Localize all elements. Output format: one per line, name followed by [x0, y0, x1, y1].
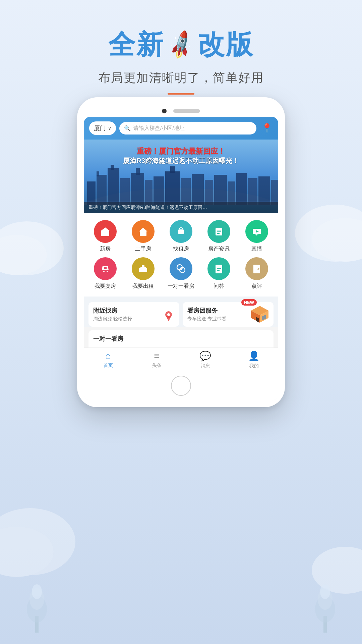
menu-icon-sell: [94, 257, 117, 280]
svg-rect-11: [97, 171, 99, 176]
phone-screen: 厦门 ∨ 🔍 请输入楼盘/小区/地址 📍: [84, 117, 278, 400]
svg-rect-27: [248, 178, 257, 205]
nav-item-profile[interactable]: 👤 我的: [230, 351, 278, 369]
banner[interactable]: 重磅！厦门官方最新回应！ 厦漳R3跨海隧道迟迟不动工原因曝光！ 重磅！厦门官方回…: [84, 140, 278, 213]
menu-item-new-house[interactable]: 新房: [87, 220, 124, 253]
cityscape-svg: [84, 161, 278, 205]
svg-point-7: [320, 584, 330, 599]
phone-frame: 厦门 ∨ 🔍 请输入楼盘/小区/地址 📍: [77, 97, 285, 407]
svg-rect-25: [228, 181, 235, 205]
menu-label-new-house: 新房: [100, 246, 111, 253]
cloud-right: [312, 218, 362, 262]
menu-label-rent: 找租房: [173, 246, 189, 253]
menu-item-review[interactable]: 点评: [238, 257, 275, 290]
menu-icon-rent: [170, 220, 192, 243]
svg-rect-15: [131, 173, 144, 205]
nav-item-headlines[interactable]: ≡ 头条: [132, 351, 181, 369]
svg-marker-32: [101, 227, 110, 231]
search-bar[interactable]: 🔍 请输入楼盘/小区/地址: [119, 122, 256, 135]
location-icon[interactable]: 📍: [261, 123, 273, 134]
svg-rect-35: [107, 232, 109, 234]
city-selector[interactable]: 厦门 ∨: [89, 121, 116, 135]
menu-icon-one-on-one: [170, 257, 192, 280]
menu-item-live[interactable]: 直播: [238, 220, 275, 253]
menu-label-sell: 我要卖房: [95, 283, 116, 290]
svg-rect-14: [120, 178, 130, 205]
menu-label-rent-out: 我要出租: [132, 283, 154, 290]
section-nearby[interactable]: 附近找房 周边房源 轻松选择: [88, 302, 179, 327]
cloud-bottom-left: [0, 527, 54, 577]
search-icon: 🔍: [124, 125, 131, 131]
rocket-icon: 🚀: [164, 29, 198, 62]
search-placeholder-text: 请输入楼盘/小区/地址: [133, 125, 185, 132]
menu-label-live: 直播: [251, 246, 262, 253]
menu-icon-rent-out: [132, 257, 155, 280]
phone-camera: [162, 109, 167, 113]
home-button[interactable]: [171, 376, 191, 396]
header-area: 全新 🚀 改版 布局更加清晰明了，简单好用: [0, 27, 362, 95]
svg-rect-38: [142, 233, 144, 236]
nav-label-messages: 消息: [201, 363, 210, 369]
nearby-map-pin: [162, 309, 175, 324]
menu-icon-qa: [207, 257, 230, 280]
nav-item-home[interactable]: ⌂ 首页: [84, 351, 132, 369]
chevron-down-icon: ∨: [108, 125, 111, 131]
svg-point-50: [107, 271, 108, 272]
svg-rect-19: [165, 171, 180, 205]
menu-item-rent-out[interactable]: 我要出租: [125, 257, 162, 290]
svg-rect-18: [154, 176, 164, 205]
menu-label-review: 点评: [251, 283, 262, 290]
svg-rect-20: [170, 166, 175, 173]
header-subtitle: 布局更加清晰明了，简单好用: [0, 70, 362, 86]
menu-item-rent[interactable]: 找租房: [163, 220, 199, 253]
svg-rect-29: [271, 180, 278, 205]
svg-rect-40: [180, 231, 182, 234]
svg-rect-24: [214, 175, 227, 205]
menu-label-news: 房产资讯: [208, 246, 230, 253]
menu-icon-new-house: [94, 220, 117, 243]
home-button-area: [84, 373, 278, 400]
phone-speaker-area: [84, 104, 278, 117]
svg-rect-9: [87, 181, 96, 205]
app-header: 厦门 ∨ 🔍 请输入楼盘/小区/地址 📍: [84, 117, 278, 140]
svg-point-67: [167, 313, 170, 316]
svg-point-3: [32, 584, 42, 599]
svg-rect-26: [236, 173, 247, 205]
nav-label-profile: 我的: [249, 363, 259, 369]
menu-icon-review: [245, 257, 268, 280]
menu-icon-news: [207, 220, 230, 243]
nav-item-messages[interactable]: 💬 消息: [181, 351, 230, 369]
svg-rect-12: [108, 168, 119, 205]
bottom-sections: 附近找房 周边房源 轻松选择 NEW 看房团服务 专车接送 专业带看: [84, 297, 278, 327]
phone-speaker: [173, 109, 200, 113]
banner-title-line2: 厦漳R3跨海隧道迟迟不动工原因曝光！: [84, 156, 278, 165]
svg-rect-34: [102, 232, 104, 234]
svg-rect-23: [205, 180, 213, 205]
menu-item-one-on-one[interactable]: 一对一看房: [163, 257, 199, 290]
partial-card-title: 一对一看房: [93, 335, 269, 343]
section-tour[interactable]: NEW 看房团服务 专车接送 专业带看: [183, 302, 274, 327]
menu-item-second-hand[interactable]: 二手房: [125, 220, 162, 253]
header-title: 全新 🚀 改版: [0, 27, 362, 63]
menu-label-second-hand: 二手房: [135, 246, 151, 253]
menu-item-news[interactable]: 房产资讯: [200, 220, 237, 253]
city-name: 厦门: [94, 124, 106, 132]
svg-point-49: [103, 271, 105, 272]
decorative-tree-left: [20, 579, 54, 634]
home-icon: ⌂: [105, 351, 111, 361]
title-left: 全新: [108, 27, 165, 63]
partial-card[interactable]: 一对一看房: [88, 330, 274, 347]
phone-mockup: 厦门 ∨ 🔍 请输入楼盘/小区/地址 📍: [77, 97, 285, 407]
svg-rect-28: [258, 176, 270, 205]
menu-grid: 新房 二手房 找租房: [87, 220, 275, 290]
svg-rect-17: [145, 180, 153, 205]
svg-marker-36: [139, 228, 147, 231]
menu-icon-second-hand: [132, 220, 155, 243]
nav-label-headlines: 头条: [152, 363, 162, 369]
title-right: 改版: [198, 27, 254, 63]
menu-label-one-on-one: 一对一看房: [168, 283, 194, 290]
svg-rect-33: [104, 233, 107, 236]
menu-item-sell[interactable]: 我要卖房: [87, 257, 124, 290]
nav-bar: ⌂ 首页 ≡ 头条 💬 消息 👤 我的: [84, 347, 278, 373]
menu-item-qa[interactable]: 问答: [200, 257, 237, 290]
